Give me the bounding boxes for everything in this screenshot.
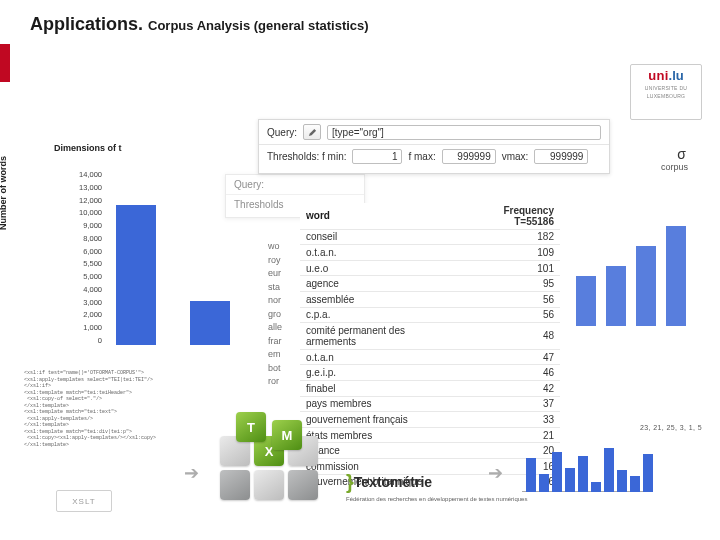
query-input[interactable]: [type="org"]: [327, 125, 601, 140]
query-label: Query:: [267, 127, 297, 138]
page-title: Applications. Corpus Analysis (general s…: [30, 14, 369, 35]
logo-line1: UNIVERSITE DU: [635, 85, 697, 91]
table-row[interactable]: états membres21: [300, 427, 560, 443]
table-row[interactable]: u.e.o101: [300, 260, 560, 276]
freq-cell: 48: [458, 323, 560, 350]
word-column-peek: wo roy eur sta nor gro alle frar em bot …: [268, 240, 292, 389]
ytick: 13,000: [79, 183, 102, 192]
table-row[interactable]: o.t.a.n.109: [300, 245, 560, 261]
bar: [576, 276, 596, 326]
peek-item: wo: [268, 240, 292, 254]
col-word[interactable]: word: [300, 203, 458, 229]
peek-item: bot: [268, 362, 292, 376]
dimensions-title: Dimensions of t: [54, 143, 122, 153]
table-row[interactable]: pays membres37: [300, 396, 560, 412]
word-cell: agence: [300, 276, 458, 292]
thresholds-label: Thresholds: f min:: [267, 151, 346, 162]
table-row[interactable]: g.e.i.p.46: [300, 365, 560, 381]
bar: [591, 482, 601, 492]
table-row[interactable]: agence95: [300, 276, 560, 292]
xslt-badge: XSLT: [56, 490, 112, 512]
bar: [190, 301, 230, 345]
word-cell: comité permanent des armements: [300, 323, 458, 350]
word-cell: assemblée: [300, 291, 458, 307]
vmax-input[interactable]: 999999: [534, 149, 588, 164]
freq-cell: 182: [458, 229, 560, 245]
table-row[interactable]: alliance20: [300, 443, 560, 459]
freq-cell: 47: [458, 349, 560, 365]
arrow-icon: ➔: [488, 462, 503, 484]
freq-cell: 42: [458, 380, 560, 396]
freq-cell: 101: [458, 260, 560, 276]
sigma-symbol: σ: [677, 146, 686, 162]
txm-cube-logo: X T M: [214, 424, 334, 516]
peek-item: sta: [268, 281, 292, 295]
freq-cell: 109: [458, 245, 560, 261]
ytick: 1,000: [83, 323, 102, 332]
ytick: 3,000: [83, 298, 102, 307]
fmax-label: f max:: [408, 151, 435, 162]
bar: [552, 452, 562, 492]
logo-line2: LUXEMBOURG: [635, 93, 697, 99]
col-freq[interactable]: Frequency T=55186: [458, 203, 560, 229]
table-row[interactable]: gouvernement français33: [300, 412, 560, 428]
peek-item: frar: [268, 335, 292, 349]
bar: [630, 476, 640, 492]
freq-cell: 95: [458, 276, 560, 292]
frequency-table: word Frequency T=55186 conseil182o.t.a.n…: [300, 203, 560, 489]
ytick: 6,000: [83, 247, 102, 256]
textometrie-sub: Fédération des recherches en développeme…: [346, 496, 527, 502]
word-cell: u.e.o: [300, 260, 458, 276]
word-cell: pays membres: [300, 396, 458, 412]
vmax-label: vmax:: [502, 151, 529, 162]
query-panel: Query: [type="org"] Thresholds: f min: 1…: [258, 119, 610, 174]
table-row[interactable]: assemblée56: [300, 291, 560, 307]
table-row[interactable]: o.t.a.n47: [300, 349, 560, 365]
ytick: 14,000: [79, 170, 102, 179]
table-row[interactable]: finabel42: [300, 380, 560, 396]
cube-letter-t: T: [236, 412, 266, 442]
accent-tab: [0, 44, 10, 82]
bar: [666, 226, 686, 326]
word-cell: finabel: [300, 380, 458, 396]
bar: [539, 474, 549, 492]
peek-item: eur: [268, 267, 292, 281]
freq-cell: 56: [458, 291, 560, 307]
back-bar-chart: Number of words 14,000 13,000 12,000 10,…: [110, 170, 280, 345]
university-logo: uni.lu UNIVERSITE DU LUXEMBOURG: [630, 64, 702, 120]
ytick: 5,500: [83, 259, 102, 268]
arrow-icon: ➔: [184, 462, 199, 484]
bar: [617, 470, 627, 492]
cube-letter-m: M: [272, 420, 302, 450]
title-main: Applications.: [30, 14, 143, 34]
sequence-text: 23, 21, 25, 3, 1, 5: [640, 424, 702, 431]
ytick: 12,000: [79, 196, 102, 205]
logo-text-lu: .lu: [669, 68, 684, 83]
fmin-input[interactable]: 1: [352, 149, 402, 164]
freq-cell: 33: [458, 412, 560, 428]
freq-cell: 37: [458, 396, 560, 412]
fmax-input[interactable]: 999999: [442, 149, 496, 164]
mini-bar-chart: 23, 21, 25, 3, 1, 5: [522, 434, 652, 504]
word-cell: conseil: [300, 229, 458, 245]
brace-icon: }: [346, 471, 354, 493]
word-cell: o.t.a.n.: [300, 245, 458, 261]
ytick: 4,000: [83, 285, 102, 294]
freq-cell: 46: [458, 365, 560, 381]
bar: [604, 448, 614, 492]
textometrie-name: Textométrie: [354, 474, 432, 490]
table-row[interactable]: comité permanent des armements48: [300, 323, 560, 350]
logo-text-uni: uni: [648, 68, 668, 83]
bar: [526, 458, 536, 492]
bar: [606, 266, 626, 326]
word-cell: o.t.a.n: [300, 349, 458, 365]
y-axis-ticks: 14,000 13,000 12,000 10,000 9,000 8,000 …: [32, 170, 102, 345]
table-row[interactable]: c.p.a.56: [300, 307, 560, 323]
bar: [578, 456, 588, 492]
title-sub: Corpus Analysis (general statistics): [148, 18, 369, 33]
bar: [636, 246, 656, 326]
edit-query-button[interactable]: [303, 124, 321, 140]
table-row[interactable]: conseil182: [300, 229, 560, 245]
peek-item: ror: [268, 375, 292, 389]
bar: [565, 468, 575, 492]
